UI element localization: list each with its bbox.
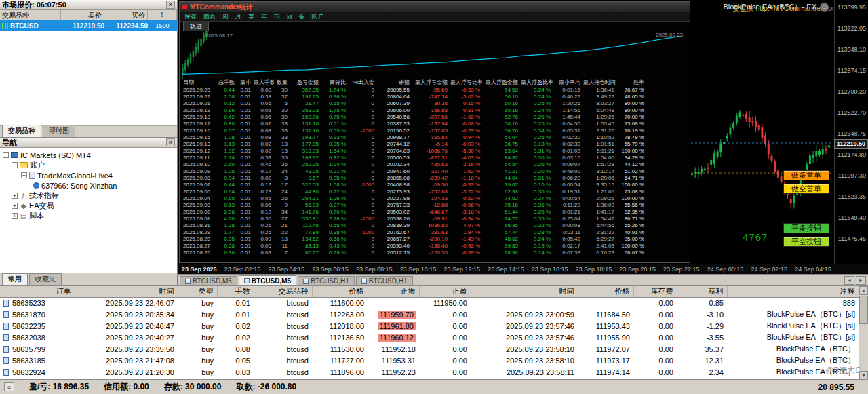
stats-row[interactable]: 2025.09.080.040.010.0289.570.05 %020855.… — [182, 175, 690, 182]
smiley-icon[interactable]: ☺ — [820, 3, 829, 12]
close-long-button[interactable]: 平多按钮 — [783, 223, 829, 233]
stats-row[interactable]: 2025.09.170.860.010.0733151.760.61 %0203… — [182, 121, 690, 127]
order-row[interactable]: 586352332025.09.23 22:46:07buy0.01btcusd… — [0, 297, 859, 309]
stats-row[interactable]: 2025.09.190.960.010.0530353.231.75 %0206… — [182, 107, 690, 114]
stats-row[interactable]: 2025.09.131.130.010.0213177.350.85 %0207… — [182, 141, 690, 148]
terminal-column-header[interactable]: 类型 — [178, 286, 217, 297]
terminal-column-header[interactable]: 获利 — [677, 286, 727, 297]
stats-toolbar-item[interactable]: 保存 — [184, 12, 197, 21]
stats-row[interactable]: 2025.09.230.440.010.0830357.351.74 %0208… — [182, 87, 690, 94]
terminal-column-header[interactable]: 交易品种 — [254, 286, 312, 297]
terminal-column-header[interactable]: 库存费 — [633, 286, 677, 297]
nav-item-label: TradeMaxGlobal-Live4 — [37, 172, 113, 180]
stats-row[interactable]: 2025.09.222.080.010.3837197.250.96 %0208… — [182, 94, 690, 100]
stats-row[interactable]: 2025.09.180.420.010.0530153.760.75 %0205… — [182, 114, 690, 121]
stats-row[interactable]: 2025.08.291.770.010.252277.890.38 %-1000… — [182, 229, 690, 236]
tab-scroll-right-button[interactable]: ► — [856, 276, 866, 285]
chart-tab[interactable]: BTCUSD,H1 — [298, 276, 355, 285]
nav-item-accounts[interactable]: − 账户 — [0, 160, 177, 170]
order-row[interactable]: 586322352025.09.23 20:46:47buy0.02btcusd… — [0, 320, 859, 332]
stats-row[interactable]: 2025.09.151.080.010.0833193.770.93 %0209… — [182, 134, 690, 141]
scroll-up-button[interactable]: ▲ — [859, 286, 868, 295]
collapse-icon[interactable]: − — [12, 162, 18, 168]
chart-tab[interactable]: BTCUSD,H1 — [356, 276, 413, 285]
stats-tab-trajectory[interactable]: 轨迹 — [183, 22, 209, 31]
navigator-close-button[interactable]: × — [166, 138, 175, 146]
stats-toolbar-item[interactable]: 图表 — [203, 12, 216, 21]
nav-item-server[interactable]: − TradeMaxGlobal-Live4 — [0, 170, 177, 180]
stats-row[interactable]: 2025.08.270.580.010.051188.130.43 %02059… — [182, 243, 690, 250]
stats-toolbar-item[interactable]: 账户 — [312, 12, 324, 21]
tab-tick-chart[interactable]: 即时图 — [43, 125, 75, 137]
nav-item-scripts[interactable]: + ▤ 脚本 — [0, 211, 177, 221]
stats-toolbar-item[interactable]: 季 — [248, 12, 254, 21]
stats-row[interactable]: 2025.09.160.570.010.0833131.760.65 %-100… — [182, 127, 690, 134]
stats-row[interactable]: 2025.08.260.360.010.03760.270.29 %020512… — [182, 250, 690, 256]
order-row[interactable]: 586331852025.09.23 21:47:08buy0.05btcusd… — [0, 355, 859, 366]
stats-toolbar-item[interactable]: 市 — [274, 12, 280, 21]
market-watch-row-btcusd[interactable]: BTCUSD 112219.50 112234.50 1500 — [0, 20, 177, 31]
stats-row[interactable]: 2025.09.210.120.010.05531.470.15 %020607… — [182, 100, 690, 107]
time-axis[interactable]: 23 Sep 202523 Sep 02:1523 Sep 04:1523 Se… — [178, 264, 868, 274]
stats-row[interactable]: 2025.09.014.200.010.3627556.812.78 %-100… — [182, 216, 690, 222]
stats-toolbar-item[interactable]: 月 — [235, 12, 241, 21]
expand-icon[interactable]: + — [12, 193, 18, 199]
stats-row[interactable]: 2025.08.280.950.010.0918134.620.66 %0206… — [182, 236, 690, 243]
stats-toolbar-item[interactable]: 周 — [222, 12, 229, 21]
expand-icon[interactable]: + — [12, 213, 18, 219]
nav-item-indicators[interactable]: + ƒ 技术指标 — [0, 191, 177, 201]
stats-row[interactable]: 2025.08.311.280.010.2621112.460.55 %0208… — [182, 222, 690, 229]
stats-toolbar-item[interactable]: 备 — [299, 12, 305, 21]
terminal-column-header[interactable]: 止盈 — [419, 286, 471, 297]
tab-symbols[interactable]: 交易品种 — [2, 125, 41, 137]
nav-item-account[interactable]: 637966: Song Xinzhan — [0, 180, 177, 191]
expand-icon[interactable]: + — [12, 203, 18, 209]
column-bid[interactable]: 卖价 — [61, 10, 104, 20]
market-watch-close-button[interactable]: × — [166, 1, 175, 9]
terminal-column-header[interactable]: 价格 — [312, 286, 368, 297]
order-row[interactable]: 586357992025.09.23 23:35:50buy0.08btcusd… — [0, 343, 859, 355]
chart-tab[interactable]: BTCUSD,M5 — [180, 276, 237, 285]
column-spread[interactable]: ! — [148, 10, 177, 20]
stats-row[interactable]: 2025.09.030.130.010.05955.030.27 %020757… — [182, 202, 690, 209]
stats-window[interactable]: MTCommander统计 保存图表周月季年市M备账户 轨迹 2025.08.1… — [179, 1, 690, 263]
terminal-column-header[interactable]: 价格 — [578, 286, 633, 297]
chart-tab-active[interactable]: BTCUSD,M5 — [239, 275, 296, 285]
chart-region[interactable]: BlockPulse EA（BTC）- EX ☺ 复盘侠 http://MTCo… — [178, 0, 868, 274]
terminal-column-header[interactable]: 时间 — [471, 286, 578, 297]
collapse-icon[interactable]: − — [21, 172, 27, 178]
column-ask[interactable]: 买价 — [104, 10, 148, 20]
price-axis[interactable]: 112219.50 113399.95113222.05113048.10112… — [834, 0, 868, 264]
stats-toolbar-item[interactable]: M — [287, 14, 292, 20]
nav-item-ea[interactable]: + ◆ EA交易 — [0, 201, 177, 211]
terminal-column-header[interactable]: 订单 — [0, 286, 75, 297]
order-row[interactable]: 586320382025.09.23 20:40:27buy0.02btcusd… — [0, 332, 859, 343]
terminal-column-header[interactable]: 注释 — [727, 286, 859, 297]
tab-common[interactable]: 常用 — [2, 273, 28, 285]
status-menu-icon[interactable]: ≡ — [4, 382, 14, 391]
order-row[interactable]: 586318702025.09.23 20:35:34buy0.01btcusd… — [0, 309, 859, 320]
column-symbol[interactable]: 交易品种 — [0, 10, 61, 20]
close-short-button[interactable]: 平空按钮 — [783, 237, 829, 247]
stats-toolbar-item[interactable]: 年 — [261, 12, 267, 21]
order-row[interactable]: 586329242025.09.23 21:20:30buy0.03btcusd… — [0, 366, 859, 378]
scroll-thumb[interactable] — [859, 296, 868, 324]
nav-item-broker[interactable]: − IC Markets (SC) MT4 — [0, 150, 177, 160]
stats-row[interactable]: 2025.09.102.500.010.4636252.251.24 %0201… — [182, 161, 690, 168]
stats-row[interactable]: 2025.09.070.440.010.1217326.531.58 %-100… — [182, 182, 690, 189]
collapse-icon[interactable]: − — [3, 152, 9, 158]
stats-row[interactable]: 2025.09.121.020.010.0213318.931.54 %0207… — [182, 148, 690, 155]
stats-row[interactable]: 2025.09.040.650.010.0526254.311.26 %0202… — [182, 195, 690, 202]
tab-favorites[interactable]: 收藏夹 — [29, 273, 62, 285]
stats-row[interactable]: 2025.09.112.740.010.3835168.920.82 %0205… — [182, 155, 690, 161]
stats-row[interactable]: 2025.09.050.640.010.232444.860.22 %02027… — [182, 189, 690, 195]
sell-first-button[interactable]: 做空首单 — [783, 184, 829, 194]
buy-first-button[interactable]: 做多首单 — [783, 170, 829, 180]
stats-row[interactable]: 2025.09.022.060.010.1334141.760.70 %0205… — [182, 209, 690, 216]
terminal-column-header[interactable]: 手数 — [217, 286, 254, 297]
terminal-column-header[interactable]: 时间 — [75, 286, 178, 297]
stats-row[interactable]: 2025.09.091.050.010.173443.050.21 %02094… — [182, 168, 690, 175]
tab-scroll-left-button[interactable]: ◄ — [844, 276, 854, 285]
stats-window-titlebar[interactable]: MTCommander统计 — [180, 2, 690, 12]
terminal-column-header[interactable]: 止损 — [368, 286, 419, 297]
